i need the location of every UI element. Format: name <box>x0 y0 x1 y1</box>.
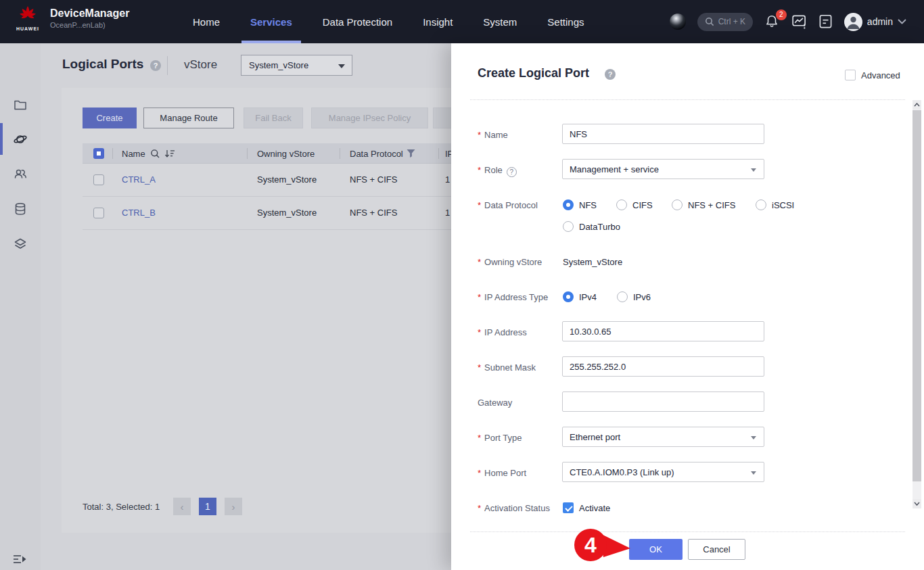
vstore-label: vStore <box>184 58 217 72</box>
prev-page-button[interactable]: ‹ <box>173 498 191 515</box>
scrollbar-thumb[interactable] <box>913 110 921 481</box>
select-all-checkbox[interactable] <box>93 148 104 159</box>
subnet-mask-label: Subnet Mask <box>478 362 536 373</box>
advanced-checkbox[interactable] <box>845 70 856 80</box>
nav-data-protection[interactable]: Data Protection <box>323 0 392 43</box>
users-icon[interactable] <box>13 166 28 181</box>
report-icon[interactable] <box>818 14 833 29</box>
nav-services[interactable]: Services <box>250 0 292 43</box>
radio-ipv6[interactable]: IPv6 <box>617 291 651 302</box>
ip-address-label: IP Address <box>478 327 527 337</box>
radio-nfs-cifs[interactable]: NFS + CIFS <box>672 199 735 210</box>
col-owning-vstore: Owning vStore <box>257 149 315 159</box>
gateway-label: Gateway <box>478 398 512 408</box>
global-search[interactable]: Ctrl + K <box>697 13 753 31</box>
manage-route-button[interactable]: Manage Route <box>143 108 234 128</box>
fail-back-button: Fail Back <box>244 108 303 128</box>
scroll-up-arrow[interactable] <box>913 100 921 110</box>
notifications-button[interactable]: 2 <box>764 14 781 30</box>
radio-iscsi[interactable]: iSCSI <box>756 199 794 210</box>
brand: HUAWEI DeviceManager OceanP...enLab) <box>12 5 129 31</box>
search-icon <box>705 17 714 26</box>
radio-nfs[interactable]: NFS <box>563 199 597 210</box>
row-ip: 1 <box>445 174 450 185</box>
scroll-down-arrow[interactable] <box>913 499 921 508</box>
port-type-select[interactable]: Ethernet port <box>562 427 764 447</box>
radio-cifs[interactable]: CIFS <box>616 199 653 210</box>
vstore-select[interactable]: System_vStore <box>241 55 352 76</box>
dialog-help-icon[interactable]: ? <box>605 69 616 80</box>
planet-icon[interactable] <box>13 132 28 147</box>
layers-icon[interactable] <box>13 237 28 252</box>
row-checkbox[interactable] <box>93 208 104 218</box>
ip-type-label: IP Address Type <box>478 292 548 302</box>
port-name-link[interactable]: CTRL_B <box>122 208 156 218</box>
folder-icon[interactable] <box>13 97 28 112</box>
radio-ipv4[interactable]: IPv4 <box>563 291 597 302</box>
collapse-sidebar-icon[interactable] <box>13 553 28 565</box>
nav-home[interactable]: Home <box>193 0 220 43</box>
radio-dot <box>616 199 627 210</box>
name-input[interactable] <box>562 124 764 144</box>
owning-vstore-value: System_vStore <box>563 257 622 267</box>
row-ip: 1 <box>445 208 450 218</box>
subnet-mask-input[interactable] <box>562 356 764 377</box>
port-name-link[interactable]: CTRL_A <box>122 174 156 185</box>
next-page-button[interactable]: › <box>225 498 242 515</box>
radio-dot <box>672 199 683 210</box>
database-icon[interactable] <box>13 201 28 216</box>
role-select[interactable]: Management + service <box>562 159 764 179</box>
dialog-title: Create Logical Port <box>478 66 589 80</box>
port-type-selected-value: Ethernet port <box>570 432 620 442</box>
vstore-selected-value: System_vStore <box>249 60 308 70</box>
activate-checkbox[interactable] <box>563 502 574 513</box>
nav-settings[interactable]: Settings <box>547 0 584 43</box>
home-port-selected-value: CTE0.A.IOM0.P3 (Link up) <box>570 467 674 477</box>
user-menu[interactable]: admin <box>844 13 906 31</box>
header-divider <box>167 56 168 75</box>
performance-chart-icon[interactable] <box>792 14 807 29</box>
row-checkbox[interactable] <box>93 174 104 185</box>
create-logical-port-dialog: Create Logical Port ? Advanced Name Role… <box>451 43 924 570</box>
col-name: Name <box>122 149 145 159</box>
nav-system[interactable]: System <box>483 0 517 43</box>
activate-label[interactable]: Activate <box>579 503 610 513</box>
active-indicator <box>0 123 3 155</box>
column-search-icon[interactable] <box>150 149 160 159</box>
home-port-select[interactable]: CTE0.A.IOM0.P3 (Link up) <box>562 462 764 482</box>
sort-icon[interactable] <box>164 149 175 159</box>
radio-dot <box>617 291 628 302</box>
vstore-caret-icon <box>338 64 345 68</box>
main-menu: Home Services Data Protection Insight Sy… <box>193 0 584 43</box>
theme-sphere-icon[interactable] <box>670 14 686 30</box>
nav-right-cluster: Ctrl + K 2 ad <box>670 0 924 43</box>
page-help-icon[interactable]: ? <box>150 60 161 71</box>
owning-vstore-label: Owning vStore <box>478 257 542 267</box>
device-name: OceanP...enLab) <box>50 20 129 30</box>
left-sidebar <box>0 43 41 570</box>
cancel-button[interactable]: Cancel <box>688 539 745 560</box>
nav-insight[interactable]: Insight <box>423 0 453 43</box>
page-number-button[interactable]: 1 <box>199 498 216 515</box>
ip-address-input[interactable] <box>562 321 764 341</box>
ok-button[interactable]: OK <box>629 539 683 560</box>
radio-dot <box>756 199 766 210</box>
chevron-down-icon <box>898 19 906 24</box>
manage-ipsec-button: Manage IPsec Policy <box>311 108 428 128</box>
footer-divider <box>470 531 905 532</box>
radio-dot <box>563 221 574 232</box>
port-type-label: Port Type <box>478 433 522 443</box>
notification-badge: 2 <box>776 9 787 20</box>
pagination-summary: Total: 3, Selected: 1 <box>83 502 160 512</box>
filter-funnel-icon[interactable] <box>406 149 416 158</box>
role-selected-value: Management + service <box>570 164 659 174</box>
radio-dataturbo[interactable]: DataTurbo <box>563 221 620 232</box>
row-protocol: NFS + CIFS <box>350 208 397 218</box>
username: admin <box>867 16 893 27</box>
gateway-input[interactable] <box>562 391 764 412</box>
page-title: Logical Ports <box>62 57 143 72</box>
create-button[interactable]: Create <box>83 108 137 128</box>
top-nav: HUAWEI DeviceManager OceanP...enLab) Hom… <box>0 0 924 43</box>
role-help-icon[interactable]: ? <box>507 167 517 177</box>
row-vstore: System_vStore <box>257 174 317 185</box>
